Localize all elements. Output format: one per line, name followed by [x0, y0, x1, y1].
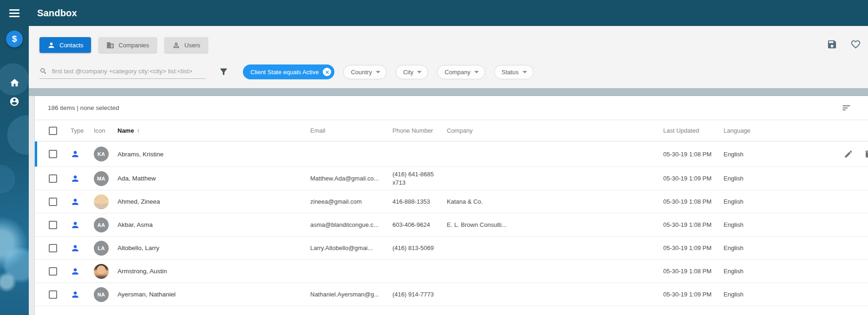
- save-view-button[interactable]: [827, 39, 837, 50]
- entity-tabs: Contacts Companies Users: [39, 37, 208, 53]
- remove-filter-icon[interactable]: ×: [323, 68, 331, 76]
- avatar: AA: [94, 218, 109, 232]
- contacts-table-card: 186 items | none selected Type Icon Name…: [35, 96, 868, 315]
- contact-email: Nathaniel.Ayersman@g...: [310, 291, 392, 298]
- contact-language: English: [724, 268, 770, 275]
- active-filter-chip[interactable]: Client State equals Active ×: [243, 64, 334, 79]
- table-row[interactable]: AA Akbar, Asma asma@blanditcongue.c... 6…: [35, 213, 868, 237]
- contact-updated: 05-30-19 1:08 PM: [663, 268, 724, 275]
- contact-email: Larry.Altobello@gmai...: [310, 244, 392, 251]
- column-header-updated[interactable]: Last Updated: [663, 127, 724, 134]
- filter-dropdown-company[interactable]: Company: [437, 65, 485, 79]
- contact-updated: 05-30-19 1:08 PM: [663, 221, 724, 228]
- filter-chips: Client State equals Active × Country Cit…: [243, 64, 534, 79]
- tab-label: Contacts: [59, 42, 83, 49]
- contact-updated: 05-30-19 1:08 PM: [663, 151, 724, 158]
- column-header-phone[interactable]: Phone Number: [392, 127, 447, 134]
- chevron-down-icon: [474, 71, 479, 73]
- contact-updated: 05-30-19 1:09 PM: [663, 175, 724, 182]
- trash-icon: [863, 149, 868, 159]
- contact-name[interactable]: Armstrong, Austin: [117, 268, 310, 275]
- contact-phone: (416) 813-5069: [392, 244, 447, 251]
- contact-phone: 416-888-1353: [392, 198, 447, 205]
- avatar: [94, 264, 109, 279]
- edit-button[interactable]: [844, 149, 853, 159]
- topbar: Sandbox: [0, 0, 868, 26]
- contact-phone: (416) 641-8685 x713: [392, 171, 447, 186]
- search-input[interactable]: [51, 64, 206, 78]
- tab-contacts[interactable]: Contacts: [39, 37, 91, 53]
- contact-name[interactable]: Ada, Matthew: [117, 175, 310, 182]
- row-checkbox[interactable]: [49, 267, 57, 276]
- row-checkbox[interactable]: [49, 221, 57, 229]
- sidebar: $: [0, 26, 29, 315]
- contact-updated: 05-30-19 1:09 PM: [663, 291, 724, 298]
- contact-name[interactable]: Ahmed, Zineea: [117, 198, 310, 205]
- tab-users[interactable]: Users: [164, 37, 208, 53]
- table-body: KA Abrams, Kristine 05-30-19 1:08 PM Eng…: [35, 141, 868, 306]
- table-row[interactable]: Ahmed, Zineea zineea@gmail.com 416-888-1…: [35, 190, 868, 213]
- divider-band: [29, 88, 868, 96]
- table-row[interactable]: LA Altobello, Larry Larry.Altobello@gmai…: [35, 237, 868, 260]
- phone-ext: x713: [392, 179, 440, 186]
- chip-label: Company: [444, 69, 470, 76]
- contact-name[interactable]: Akbar, Asma: [117, 221, 310, 228]
- contact-name[interactable]: Altobello, Larry: [117, 244, 310, 251]
- table-row[interactable]: Armstrong, Austin 05-30-19 1:08 PM Engli…: [35, 260, 868, 283]
- contact-type-icon: [71, 244, 94, 253]
- tab-label: Companies: [118, 42, 149, 49]
- contact-language: English: [724, 175, 770, 182]
- tab-label: Users: [184, 42, 200, 49]
- column-header-email[interactable]: Email: [310, 127, 392, 134]
- pencil-icon: [844, 149, 853, 159]
- chip-label: City: [403, 69, 413, 76]
- menu-icon[interactable]: [0, 0, 29, 26]
- column-header-company[interactable]: Company: [447, 127, 663, 134]
- items-summary: 186 items | none selected: [48, 104, 119, 111]
- table-row[interactable]: NA Ayersman, Nathaniel Nathaniel.Ayersma…: [35, 283, 868, 306]
- row-checkbox[interactable]: [49, 198, 57, 206]
- floppy-save-icon: [827, 39, 837, 50]
- filter-funnel-icon[interactable]: [219, 67, 228, 77]
- delete-button[interactable]: [863, 149, 868, 159]
- contact-type-icon: [71, 267, 94, 276]
- contact-type-icon: [71, 197, 94, 206]
- select-all-checkbox[interactable]: [49, 127, 57, 135]
- row-checkbox[interactable]: [49, 150, 57, 158]
- person-icon: [47, 41, 55, 49]
- chevron-down-icon: [376, 71, 380, 73]
- table-row[interactable]: MA Ada, Matthew Matthew.Ada@gmail.co... …: [35, 167, 868, 190]
- contact-type-icon: [71, 290, 94, 299]
- heart-outline-icon: [850, 39, 861, 50]
- row-checkbox[interactable]: [49, 174, 57, 183]
- column-header-name[interactable]: Name↑: [117, 127, 310, 134]
- avatar: LA: [94, 241, 109, 256]
- table-row[interactable]: KA Abrams, Kristine 05-30-19 1:08 PM Eng…: [35, 141, 868, 167]
- sort-arrow-icon: ↑: [137, 127, 140, 134]
- contact-name[interactable]: Ayersman, Nathaniel: [117, 291, 310, 298]
- contact-updated: 05-30-19 1:08 PM: [663, 198, 724, 205]
- filter-dropdown-city[interactable]: City: [396, 65, 428, 79]
- avatar: KA: [94, 147, 109, 161]
- contact-email: Matthew.Ada@gmail.co...: [310, 175, 392, 182]
- sidebar-item-home[interactable]: [0, 75, 29, 90]
- tab-companies[interactable]: Companies: [98, 37, 157, 53]
- filter-dropdown-country[interactable]: Country: [343, 65, 387, 79]
- row-checkbox[interactable]: [49, 290, 57, 299]
- row-checkbox[interactable]: [49, 244, 57, 252]
- sort-lines-icon[interactable]: [842, 103, 851, 113]
- filter-dropdown-status[interactable]: Status: [494, 65, 534, 79]
- column-header-icon[interactable]: Icon: [94, 127, 117, 134]
- column-header-language[interactable]: Language: [724, 127, 770, 134]
- sidebar-item-account[interactable]: [0, 94, 29, 109]
- table-summary-row: 186 items | none selected: [35, 96, 868, 120]
- contact-name[interactable]: Abrams, Kristine: [117, 151, 310, 158]
- column-header-type[interactable]: Type: [71, 127, 94, 134]
- search-field-wrap: [39, 64, 206, 79]
- contact-language: English: [724, 151, 770, 158]
- avatar: NA: [94, 287, 109, 302]
- sidebar-item-sales[interactable]: $: [6, 31, 23, 47]
- search-icon: [39, 67, 47, 75]
- table-header-row: Type Icon Name↑ Email Phone Number Compa…: [35, 120, 868, 141]
- favorite-button[interactable]: [850, 39, 861, 50]
